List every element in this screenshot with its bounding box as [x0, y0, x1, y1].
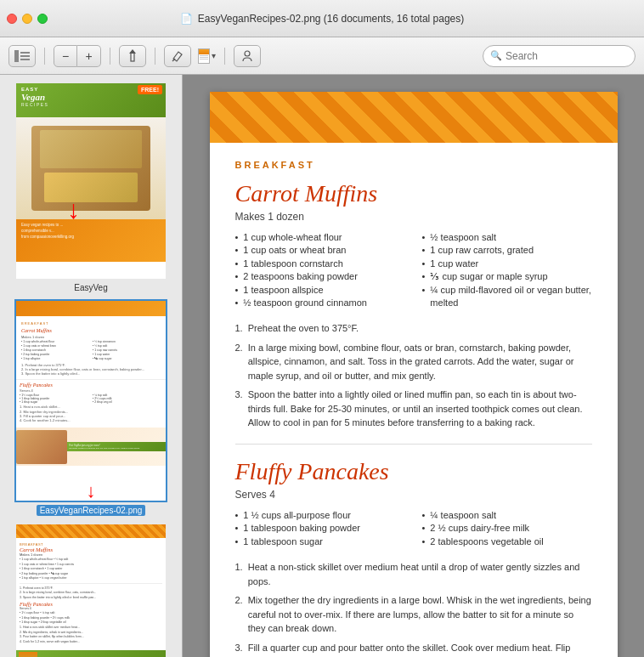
sidebar-icon: [14, 50, 30, 62]
search-bar[interactable]: 🔍: [483, 45, 636, 67]
share-button[interactable]: [119, 45, 146, 67]
recipe2-instructions: 1. Heat a non-stick skillet over medium …: [235, 560, 592, 657]
ingredient-item: •½ teaspoon salt: [422, 231, 592, 244]
instruction-step: 1. Heat a non-stick skillet over medium …: [235, 560, 592, 588]
svg-rect-4: [131, 53, 134, 61]
instruction-step: 3. Fill a quarter cup and pour batter on…: [235, 641, 592, 657]
ingredient-item: •1 tablespoon cornstarch: [235, 258, 405, 270]
thumbnail-page-3[interactable]: BREAKFAST Carrot Muffins Makes 1 dozen •…: [5, 523, 177, 657]
svg-marker-5: [129, 49, 136, 54]
fullscreen-button[interactable]: [37, 14, 48, 24]
close-button[interactable]: [7, 14, 17, 24]
recipe1-title: Carrot Muffins: [235, 180, 592, 207]
markup-button[interactable]: [234, 45, 261, 67]
thumb-wrapper-2: BREAKFAST Carrot Muffins Makes 1 dozen •…: [14, 299, 167, 502]
recipe1-instructions: 1. Preheat the oven to 375°F. 2. In a la…: [235, 321, 592, 430]
ingredient-item: •1 tablespoon sugar: [235, 535, 405, 548]
ingredients-right: •½ teaspoon salt •1 cup raw carrots, gra…: [422, 231, 592, 309]
page-mode-icon: [198, 48, 210, 64]
instruction-step: 3. Spoon the batter into a lightly oiled…: [235, 388, 592, 430]
red-arrow-1: ↑: [67, 199, 80, 228]
free-badge: FREE!: [138, 85, 162, 94]
section-title: BREAKFAST: [235, 160, 592, 170]
recipe2-title: Fluffy Pancakes: [235, 458, 592, 485]
sidebar-panel: EASY Vegan RECIPES FREE!: [0, 75, 183, 657]
thumbnail-page-1[interactable]: EASY Vegan RECIPES FREE!: [5, 82, 177, 292]
recipe1-ingredients: •1 cup whole-wheat flour •1 cup oats or …: [235, 231, 592, 309]
svg-rect-2: [20, 55, 30, 57]
ingredients2-right: •¼ teaspoon salt •2 ½ cups dairy-free mi…: [422, 509, 592, 548]
svg-rect-0: [14, 50, 19, 62]
thumb-wrapper-3: BREAKFAST Carrot Muffins Makes 1 dozen •…: [14, 523, 167, 657]
ingredient-item: •1 cup whole-wheat flour: [235, 231, 405, 244]
share-icon: [127, 49, 138, 63]
instruction-step: 2. In a large mixing bowl, combine flour…: [235, 341, 592, 383]
zoom-out-button[interactable]: −: [54, 45, 77, 67]
page-mode-dropdown[interactable]: ▾: [198, 48, 216, 64]
svg-point-7: [245, 51, 250, 56]
recipe2-serves: Serves 4: [235, 489, 592, 501]
page-header: [210, 92, 618, 143]
thumb-wrapper-1: EASY Vegan RECIPES FREE!: [14, 82, 167, 280]
svg-rect-3: [20, 59, 30, 60]
page-content: BREAKFAST Carrot Muffins Makes 1 dozen •…: [210, 143, 618, 657]
svg-rect-1: [20, 52, 30, 54]
annotate-button[interactable]: [164, 45, 191, 67]
title-icon: 📄: [180, 13, 193, 25]
title-bar: 📄 EasyVeganRecipes-02.png (16 documents,…: [0, 0, 644, 37]
ingredient-item: •¼ teaspoon salt: [422, 509, 592, 522]
thumb-label-1: EasyVeg: [74, 283, 107, 292]
instruction-step: 2. Mix together the dry ingredients in a…: [235, 593, 592, 636]
cover-thumb-img: EASY Vegan RECIPES FREE!: [16, 83, 166, 279]
recipe1-serves: Makes 1 dozen: [235, 211, 592, 223]
search-icon: 🔍: [490, 50, 502, 61]
minimize-button[interactable]: [22, 14, 32, 24]
pen-icon: [172, 50, 184, 62]
ingredient-item: •1 tablespoon baking powder: [235, 522, 405, 535]
document-view: BREAKFAST Carrot Muffins Makes 1 dozen •…: [183, 75, 644, 657]
main-area: EASY Vegan RECIPES FREE!: [0, 75, 644, 657]
window-title: 📄 EasyVeganRecipes-02.png (16 documents,…: [180, 13, 465, 25]
recipe-divider: [235, 444, 592, 445]
instruction-step: 1. Preheat the oven to 375°F.: [235, 321, 592, 336]
ingredient-item: •2 ½ cups dairy-free milk: [422, 522, 592, 535]
ingredient-item: •1 cup water: [422, 258, 592, 270]
ingredient-item: •½ teaspoon ground cinnamon: [235, 297, 405, 309]
red-arrow-2: ↓: [87, 480, 96, 502]
ingredient-item: •¼ cup mild-flavored oil or vegan butter…: [422, 284, 592, 310]
ingredient-item: •2 tablespoons vegetable oil: [422, 535, 592, 548]
zoom-controls: − +: [54, 45, 101, 67]
ingredient-item: •1 cup raw carrots, grated: [422, 244, 592, 257]
ingredient-item: •1 ½ cups all-purpose flour: [235, 509, 405, 522]
ingredients-left: •1 cup whole-wheat flour •1 cup oats or …: [235, 231, 405, 309]
thumbnail-page-2[interactable]: BREAKFAST Carrot Muffins Makes 1 dozen •…: [5, 299, 177, 516]
traffic-lights: [7, 14, 48, 24]
dropdown-arrow: ▾: [212, 51, 216, 60]
ingredient-item: •2 teaspoons baking powder: [235, 270, 405, 283]
ingredients2-left: •1 ½ cups all-purpose flour •1 tablespoo…: [235, 509, 405, 548]
recipe2-ingredients: •1 ½ cups all-purpose flour •1 tablespoo…: [235, 509, 592, 548]
toolbar: − + ▾: [0, 37, 644, 75]
search-input[interactable]: [506, 50, 628, 62]
ingredient-item: •⅓ cup sugar or maple syrup: [422, 270, 592, 283]
thumb-label-2: EasyVeganRecipes-02.png: [37, 505, 146, 516]
zoom-in-button[interactable]: +: [77, 45, 101, 67]
doc-page: BREAKFAST Carrot Muffins Makes 1 dozen •…: [210, 92, 618, 657]
page3-thumb-img: BREAKFAST Carrot Muffins Makes 1 dozen •…: [16, 524, 166, 657]
person-icon: [241, 50, 253, 62]
ingredient-item: •1 teaspoon allspice: [235, 284, 405, 297]
ingredient-item: •1 cup oats or wheat bran: [235, 244, 405, 257]
page2-thumb-img: BREAKFAST Carrot Muffins Makes 1 dozen •…: [16, 301, 166, 501]
sidebar-toggle-button[interactable]: [8, 45, 36, 67]
